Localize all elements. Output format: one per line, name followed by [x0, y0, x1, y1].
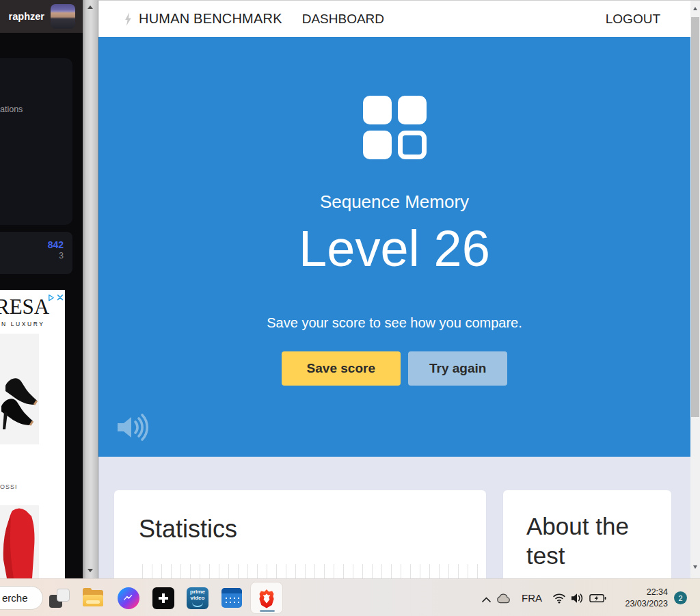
scroll-up-icon[interactable] — [83, 5, 98, 9]
chevron-up-icon[interactable] — [481, 593, 492, 606]
sidebar-item-label[interactable]: ations — [0, 105, 23, 114]
red-dress-image — [0, 505, 39, 578]
profile-bar[interactable]: raphzer — [0, 0, 83, 33]
main-scrollbar[interactable] — [690, 1, 700, 578]
taskbar: erche prime video — [0, 578, 700, 616]
statistics-title: Statistics — [139, 515, 486, 544]
scroll-down-icon[interactable] — [83, 569, 98, 572]
clock[interactable]: 22:34 23/03/2023 — [625, 587, 668, 609]
scroll-up-icon[interactable] — [690, 7, 700, 10]
save-prompt: Save your score to see how you compare. — [98, 315, 690, 331]
ad-tagline-label: IN LUXURY — [0, 321, 65, 327]
test-name: Sequence Memory — [98, 191, 690, 213]
wifi-icon[interactable] — [552, 592, 566, 606]
adchoices-icon[interactable] — [47, 292, 55, 304]
nav-dashboard[interactable]: DASHBOARD — [302, 12, 384, 27]
language-indicator[interactable]: FRA — [522, 592, 542, 604]
score-value: 842 — [0, 239, 64, 250]
active-app-indicator — [260, 610, 275, 612]
prime-video-label: prime video — [187, 589, 208, 602]
statistics-card: Statistics — [114, 490, 486, 578]
search-box[interactable]: erche — [0, 586, 43, 610]
left-scrollbar[interactable] — [83, 0, 98, 578]
statistics-chart-gridlines — [142, 564, 485, 578]
sidebar-panel: ations — [0, 58, 72, 225]
main-window: HUMAN BENCHMARK DASHBOARD LOGOUT Sequenc… — [98, 0, 700, 578]
messenger-icon[interactable] — [118, 587, 139, 609]
prime-video-icon[interactable]: prime video — [187, 587, 208, 609]
grid-logo-icon — [98, 37, 690, 159]
calendar-icon[interactable] — [221, 588, 242, 608]
plus-tile-icon[interactable] — [152, 587, 174, 609]
battery-icon[interactable] — [589, 593, 606, 606]
search-text: erche — [2, 592, 28, 604]
background-window: raphzer ations 842 3 RESA IN LUXURY — [0, 0, 83, 578]
about-title: About the test — [526, 512, 652, 570]
about-card: About the test — [503, 490, 671, 578]
brand-link[interactable]: HUMAN BENCHMARK — [139, 11, 282, 27]
score-list-item[interactable]: 842 3 — [0, 232, 72, 274]
content-section: Statistics About the test — [98, 457, 690, 578]
speaker-icon[interactable] — [115, 412, 149, 445]
try-again-button[interactable]: Try again — [408, 351, 507, 386]
avatar[interactable] — [51, 4, 75, 29]
ad-close-icon[interactable] — [57, 291, 64, 304]
save-score-button[interactable]: Save score — [282, 351, 401, 386]
file-explorer-icon[interactable] — [82, 587, 104, 609]
screen: raphzer ations 842 3 RESA IN LUXURY — [0, 0, 700, 616]
username-label: raphzer — [9, 11, 44, 22]
ad-product-shoes[interactable] — [0, 334, 39, 444]
site-header: HUMAN BENCHMARK DASHBOARD LOGOUT — [98, 1, 690, 37]
onedrive-cloud-icon[interactable] — [496, 593, 511, 606]
ad-brand-label[interactable]: RESA — [0, 296, 65, 317]
brave-browser-button[interactable] — [250, 582, 283, 614]
ad-product-caption: OSSI — [0, 483, 18, 490]
scrollbar-thumb[interactable] — [691, 17, 699, 417]
clock-date: 23/03/2023 — [625, 598, 668, 610]
ad-product-dress[interactable] — [0, 505, 39, 578]
nav-logout[interactable]: LOGOUT — [606, 12, 660, 27]
score-count: 3 — [0, 251, 64, 260]
ad-banner[interactable]: RESA IN LUXURY OSSI — [0, 290, 65, 578]
result-level: Level 26 — [98, 224, 690, 274]
volume-icon[interactable] — [570, 593, 584, 606]
task-view-icon[interactable] — [49, 588, 70, 608]
notification-badge[interactable]: 2 — [674, 591, 687, 604]
hero-panel: Sequence Memory Level 26 Save your score… — [98, 37, 690, 457]
scroll-down-icon[interactable] — [690, 565, 700, 569]
brave-lion-icon — [256, 588, 277, 608]
shoes-image — [0, 371, 39, 433]
clock-time: 22:34 — [625, 587, 668, 598]
lightning-bolt-icon — [124, 12, 133, 26]
